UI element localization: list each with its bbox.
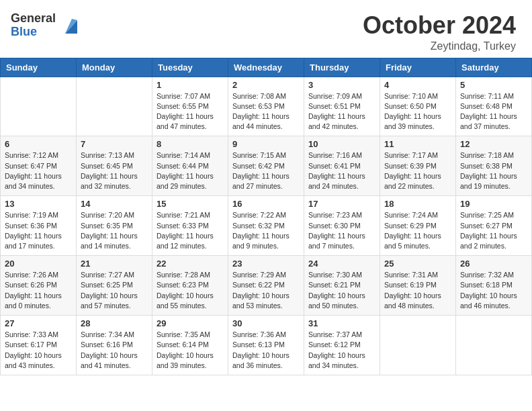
calendar-day-cell: 13Sunrise: 7:19 AM Sunset: 6:36 PM Dayli… [1, 196, 77, 256]
day-number: 31 [308, 318, 375, 328]
calendar-day-cell: 2Sunrise: 7:08 AM Sunset: 6:53 PM Daylig… [228, 77, 304, 136]
month-title: October 2024 [363, 12, 516, 39]
weekday-header: Monday [77, 58, 152, 77]
day-info: Sunrise: 7:14 AM Sunset: 6:44 PM Dayligh… [157, 150, 224, 191]
calendar-day-cell: 27Sunrise: 7:33 AM Sunset: 6:17 PM Dayli… [1, 316, 77, 375]
calendar-day-cell: 8Sunrise: 7:14 AM Sunset: 6:44 PM Daylig… [152, 136, 228, 196]
weekday-header: Saturday [456, 58, 532, 77]
calendar-day-cell: 16Sunrise: 7:22 AM Sunset: 6:32 PM Dayli… [228, 196, 304, 256]
day-info: Sunrise: 7:37 AM Sunset: 6:12 PM Dayligh… [308, 330, 375, 371]
calendar-day-cell: 21Sunrise: 7:27 AM Sunset: 6:25 PM Dayli… [77, 256, 152, 316]
day-number: 19 [460, 199, 527, 209]
location-title: Zeytindag, Turkey [363, 40, 516, 52]
calendar-day-cell: 24Sunrise: 7:30 AM Sunset: 6:21 PM Dayli… [304, 256, 380, 316]
calendar-day-cell: 18Sunrise: 7:24 AM Sunset: 6:29 PM Dayli… [380, 196, 456, 256]
calendar-week-row: 6Sunrise: 7:12 AM Sunset: 6:47 PM Daylig… [1, 136, 532, 196]
day-number: 5 [460, 80, 527, 90]
day-info: Sunrise: 7:31 AM Sunset: 6:19 PM Dayligh… [384, 270, 451, 311]
calendar-week-row: 20Sunrise: 7:26 AM Sunset: 6:26 PM Dayli… [1, 256, 532, 316]
day-number: 13 [5, 199, 72, 209]
weekday-header: Wednesday [228, 58, 304, 77]
day-info: Sunrise: 7:12 AM Sunset: 6:47 PM Dayligh… [5, 150, 72, 191]
day-info: Sunrise: 7:19 AM Sunset: 6:36 PM Dayligh… [5, 210, 72, 251]
day-number: 4 [384, 80, 451, 90]
day-number: 27 [5, 318, 72, 328]
logo-icon [58, 15, 80, 36]
day-number: 24 [308, 259, 375, 269]
calendar-day-cell: 29Sunrise: 7:35 AM Sunset: 6:14 PM Dayli… [152, 316, 228, 375]
day-number: 6 [5, 139, 72, 149]
day-number: 20 [5, 259, 72, 269]
day-info: Sunrise: 7:20 AM Sunset: 6:35 PM Dayligh… [81, 210, 148, 251]
weekday-header: Sunday [1, 58, 77, 77]
logo-blue: Blue [11, 26, 56, 39]
calendar-day-cell: 17Sunrise: 7:23 AM Sunset: 6:30 PM Dayli… [304, 196, 380, 256]
calendar-table: SundayMondayTuesdayWednesdayThursdayFrid… [0, 58, 532, 375]
calendar-day-cell: 23Sunrise: 7:29 AM Sunset: 6:22 PM Dayli… [228, 256, 304, 316]
day-info: Sunrise: 7:28 AM Sunset: 6:23 PM Dayligh… [157, 270, 224, 311]
day-info: Sunrise: 7:35 AM Sunset: 6:14 PM Dayligh… [157, 330, 224, 371]
day-number: 17 [308, 199, 375, 209]
day-number: 7 [81, 139, 148, 149]
weekday-header: Friday [380, 58, 456, 77]
day-info: Sunrise: 7:07 AM Sunset: 6:55 PM Dayligh… [157, 91, 224, 132]
calendar-day-cell: 5Sunrise: 7:11 AM Sunset: 6:48 PM Daylig… [456, 77, 532, 136]
calendar-header-row: SundayMondayTuesdayWednesdayThursdayFrid… [1, 58, 532, 77]
calendar-day-cell: 9Sunrise: 7:15 AM Sunset: 6:42 PM Daylig… [228, 136, 304, 196]
logo: General Blue [11, 12, 80, 39]
day-number: 25 [384, 259, 451, 269]
calendar-week-row: 1Sunrise: 7:07 AM Sunset: 6:55 PM Daylig… [1, 77, 532, 136]
day-info: Sunrise: 7:22 AM Sunset: 6:32 PM Dayligh… [232, 210, 300, 251]
day-info: Sunrise: 7:27 AM Sunset: 6:25 PM Dayligh… [81, 270, 148, 311]
day-info: Sunrise: 7:25 AM Sunset: 6:27 PM Dayligh… [460, 210, 527, 251]
day-info: Sunrise: 7:15 AM Sunset: 6:42 PM Dayligh… [232, 150, 300, 191]
day-info: Sunrise: 7:32 AM Sunset: 6:18 PM Dayligh… [460, 270, 527, 311]
calendar-day-cell: 20Sunrise: 7:26 AM Sunset: 6:26 PM Dayli… [1, 256, 77, 316]
day-info: Sunrise: 7:16 AM Sunset: 6:41 PM Dayligh… [308, 150, 375, 191]
calendar-day-cell [1, 77, 77, 136]
calendar-day-cell: 4Sunrise: 7:10 AM Sunset: 6:50 PM Daylig… [380, 77, 456, 136]
day-info: Sunrise: 7:33 AM Sunset: 6:17 PM Dayligh… [5, 330, 72, 371]
day-number: 1 [157, 80, 224, 90]
calendar-day-cell: 28Sunrise: 7:34 AM Sunset: 6:16 PM Dayli… [77, 316, 152, 375]
title-block: October 2024 Zeytindag, Turkey [363, 12, 516, 52]
day-info: Sunrise: 7:11 AM Sunset: 6:48 PM Dayligh… [460, 91, 527, 132]
calendar-day-cell: 1Sunrise: 7:07 AM Sunset: 6:55 PM Daylig… [152, 77, 228, 136]
weekday-header: Tuesday [152, 58, 228, 77]
day-info: Sunrise: 7:34 AM Sunset: 6:16 PM Dayligh… [81, 330, 148, 371]
day-number: 11 [384, 139, 451, 149]
calendar-day-cell: 31Sunrise: 7:37 AM Sunset: 6:12 PM Dayli… [304, 316, 380, 375]
day-number: 15 [157, 199, 224, 209]
day-info: Sunrise: 7:21 AM Sunset: 6:33 PM Dayligh… [157, 210, 224, 251]
day-info: Sunrise: 7:23 AM Sunset: 6:30 PM Dayligh… [308, 210, 375, 251]
calendar-day-cell: 25Sunrise: 7:31 AM Sunset: 6:19 PM Dayli… [380, 256, 456, 316]
calendar-day-cell: 10Sunrise: 7:16 AM Sunset: 6:41 PM Dayli… [304, 136, 380, 196]
day-info: Sunrise: 7:09 AM Sunset: 6:51 PM Dayligh… [308, 91, 375, 132]
day-number: 21 [81, 259, 148, 269]
calendar-day-cell [456, 316, 532, 375]
day-number: 12 [460, 139, 527, 149]
day-number: 30 [232, 318, 300, 328]
calendar-week-row: 27Sunrise: 7:33 AM Sunset: 6:17 PM Dayli… [1, 316, 532, 375]
day-number: 8 [157, 139, 224, 149]
day-number: 26 [460, 259, 527, 269]
day-info: Sunrise: 7:26 AM Sunset: 6:26 PM Dayligh… [5, 270, 72, 311]
day-number: 18 [384, 199, 451, 209]
calendar-week-row: 13Sunrise: 7:19 AM Sunset: 6:36 PM Dayli… [1, 196, 532, 256]
day-info: Sunrise: 7:29 AM Sunset: 6:22 PM Dayligh… [232, 270, 300, 311]
day-info: Sunrise: 7:13 AM Sunset: 6:45 PM Dayligh… [81, 150, 148, 191]
day-info: Sunrise: 7:10 AM Sunset: 6:50 PM Dayligh… [384, 91, 451, 132]
calendar-day-cell: 12Sunrise: 7:18 AM Sunset: 6:38 PM Dayli… [456, 136, 532, 196]
day-number: 29 [157, 318, 224, 328]
calendar-day-cell: 11Sunrise: 7:17 AM Sunset: 6:39 PM Dayli… [380, 136, 456, 196]
day-number: 28 [81, 318, 148, 328]
calendar-day-cell: 22Sunrise: 7:28 AM Sunset: 6:23 PM Dayli… [152, 256, 228, 316]
weekday-header: Thursday [304, 58, 380, 77]
day-number: 14 [81, 199, 148, 209]
day-number: 22 [157, 259, 224, 269]
calendar-day-cell: 26Sunrise: 7:32 AM Sunset: 6:18 PM Dayli… [456, 256, 532, 316]
calendar-day-cell: 14Sunrise: 7:20 AM Sunset: 6:35 PM Dayli… [77, 196, 152, 256]
day-info: Sunrise: 7:24 AM Sunset: 6:29 PM Dayligh… [384, 210, 451, 251]
calendar-day-cell: 7Sunrise: 7:13 AM Sunset: 6:45 PM Daylig… [77, 136, 152, 196]
day-info: Sunrise: 7:36 AM Sunset: 6:13 PM Dayligh… [232, 330, 300, 371]
